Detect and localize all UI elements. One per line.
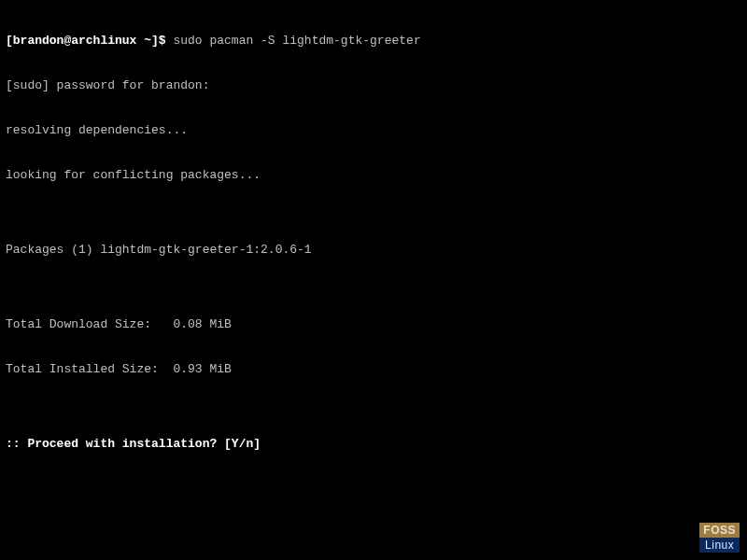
shell-prompt: [brandon@archlinux ~]$ xyxy=(6,34,173,48)
output-line: Total Download Size: 0.08 MiB xyxy=(6,317,741,332)
output-line: Total Installed Size: 0.93 MiB xyxy=(6,362,741,377)
confirm-prompt[interactable]: :: Proceed with installation? [Y/n] xyxy=(6,437,741,452)
output-line: looking for conflicting packages... xyxy=(6,168,741,183)
output-line: resolving dependencies... xyxy=(6,123,741,138)
confirm-prefix: :: Proceed with installation? [Y/n] xyxy=(6,437,261,451)
watermark-bottom: Linux xyxy=(699,538,740,553)
output-line: Packages (1) lightdm-gtk-greeter-1:2.0.6… xyxy=(6,243,741,258)
watermark-logo: FOSS Linux xyxy=(699,523,740,553)
output-line: [sudo] password for brandon: xyxy=(6,78,741,93)
command-text: sudo pacman -S lightdm-gtk-greeter xyxy=(173,34,420,48)
prompt-line: [brandon@archlinux ~]$ sudo pacman -S li… xyxy=(6,34,741,49)
watermark-top: FOSS xyxy=(699,523,740,538)
terminal-area[interactable]: [brandon@archlinux ~]$ sudo pacman -S li… xyxy=(0,0,747,470)
